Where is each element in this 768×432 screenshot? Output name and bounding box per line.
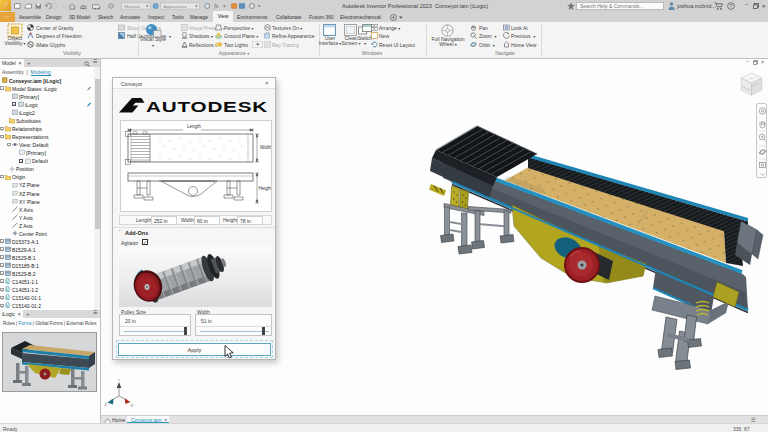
svg-text:Appearance: Appearance <box>164 3 188 8</box>
svg-text:Height: Height <box>259 186 272 191</box>
svg-text:X: X <box>131 403 134 408</box>
svg-text:Z: Z <box>105 402 108 407</box>
svg-text:Y: Y <box>118 379 121 383</box>
svg-text:Length: Length <box>187 124 201 129</box>
svg-text:TOP: TOP <box>749 77 754 80</box>
svg-text:Width: Width <box>260 145 271 150</box>
svg-text:AUTODESK: AUTODESK <box>146 98 268 115</box>
svg-text:?: ? <box>729 3 732 9</box>
svg-text:Material: Material <box>124 3 140 8</box>
svg-text:fx: fx <box>214 3 218 9</box>
